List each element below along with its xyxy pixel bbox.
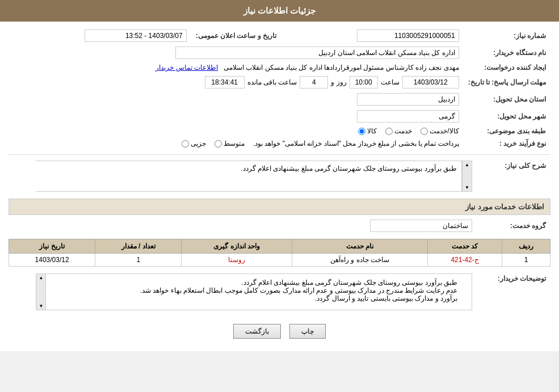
org-name-value: اداره کل بنیاد مسکن انقلاب اسلامی استان … (175, 47, 459, 59)
category-radio-group: کالا/خدمت خدمت کالا (13, 127, 459, 135)
purchase-type-jozi-input[interactable] (182, 140, 189, 147)
buyer-comment-table: توضیحات خریدار: طبق برآورد بیوستی روستای… (9, 271, 550, 313)
purchase-type-jozi[interactable]: جزیی (182, 140, 206, 147)
purchase-type-note: پرداخت تمام یا بخشی از مبلغ خریداز محل "… (253, 140, 459, 147)
category-label: طبقه بندی موضوعی: (464, 125, 550, 137)
col-header-quantity: تعداد / مقدار (95, 239, 182, 254)
creator-value: مهدی نجف زاده کارشناس مسئول امورقرارداده… (224, 64, 459, 71)
separator-1 (9, 154, 550, 155)
cell-row: 1 (502, 254, 550, 267)
province-label: استان محل تحویل: (464, 91, 550, 108)
description-scrollbar[interactable]: ▲ ▼ (462, 161, 472, 192)
buyer-comment-value: طبق برآورد بیوستی روستای جلک شهرستان گرم… (36, 273, 472, 310)
services-table: ردیف کد حدمت نام حدمت واحد اندازه گیری ت… (9, 239, 550, 267)
comment-scroll-down-icon[interactable]: ▼ (39, 304, 44, 309)
back-button[interactable]: بازگشت (233, 324, 281, 339)
category-radio-khadamat-input[interactable] (385, 128, 393, 135)
cell-code: ج-42-421 (428, 254, 502, 267)
purchase-type-jozi-label: جزیی (191, 140, 206, 147)
col-header-date: تاریخ نیاز (9, 239, 95, 254)
deadline-day: 4 (300, 76, 328, 88)
table-row: 1 ج-42-421 ساخت جاده و راه‌آهن روستا 1 1… (9, 254, 550, 267)
category-radio-khadamat[interactable]: خدمت (385, 127, 412, 135)
service-group-table: گروه خدمت: ساختمان (9, 217, 550, 234)
creator-label: ایجاد کننده درخواست: (464, 61, 550, 74)
main-content: شماره نیاز: 1103005291000051 تاریخ و ساع… (0, 22, 559, 351)
category-kala-label: کالا (367, 127, 377, 135)
col-header-row: ردیف (502, 239, 550, 254)
service-group-label: گروه خدمت: (477, 217, 550, 234)
publish-value: 1403/03/07 - 13:52 (85, 29, 187, 42)
need-number-value: 1103005291000051 (357, 29, 459, 42)
deadline-time: 10:00 (350, 76, 378, 88)
buyer-comment-label: توضیحات خریدار: (477, 271, 550, 313)
purchase-type-motavaset-label: متوسط (224, 140, 245, 147)
button-row: چاپ بازگشت (9, 317, 550, 345)
comment-scroll-up-icon[interactable]: ▲ (39, 275, 44, 280)
cell-name: ساخت جاده و راه‌آهن (292, 254, 428, 267)
col-header-unit: واحد اندازه گیری (182, 239, 292, 254)
category-khadamat-label: خدمت (394, 127, 412, 135)
city-value: گرمی (357, 110, 459, 123)
services-section-header: اطلاعات خدمات مورد نیاز (9, 199, 550, 215)
category-radio-kala-khadamat[interactable]: کالا/خدمت (421, 127, 459, 135)
category-radio-kala-input[interactable] (358, 128, 365, 135)
purchase-type-label: نوع فرآیند خرید : (464, 137, 550, 150)
col-header-name: نام حدمت (292, 239, 428, 254)
purchase-type-motavaset-input[interactable] (215, 140, 222, 147)
buyer-comment-container: طبق برآورد بیوستی روستای جلک شهرستان گرم… (36, 273, 472, 310)
description-value: طبق برآورد بیوستی روستای جلک شهرستان گرم… (36, 161, 462, 192)
col-header-code: کد حدمت (428, 239, 502, 254)
purchase-type-motavaset[interactable]: متوسط (215, 140, 245, 147)
cell-unit: روستا (182, 254, 292, 267)
print-button[interactable]: چاپ (289, 324, 326, 339)
deadline-remaining-label: ساعت باقی مانده (247, 78, 297, 86)
category-radio-kala[interactable]: کالا (358, 127, 377, 135)
org-name-label: نام دستگاه خریدار: (464, 44, 550, 61)
deadline-label: مهلت ارسال پاسخ: تا تاریخ: (464, 74, 550, 91)
province-value: اردبیل (357, 93, 459, 106)
description-label: شرح کلی نیاز: (477, 158, 550, 194)
page-container: جزئیات اطلاعات نیاز شماره نیاز: 11030052… (0, 0, 559, 351)
deadline-remaining: 18:34:41 (205, 76, 245, 88)
deadline-row: 1403/03/12 ساعت 10:00 روز و 4 ساعت باقی … (13, 76, 459, 88)
info-table: شماره نیاز: 1103005291000051 تاریخ و ساع… (9, 27, 550, 150)
deadline-time-label: ساعت (381, 78, 400, 86)
scroll-down-icon[interactable]: ▼ (465, 185, 469, 190)
category-kala-khadamat-label: کالا/خدمت (430, 127, 459, 135)
page-title: جزئیات اطلاعات نیاز (0, 0, 559, 22)
comment-scrollbar[interactable]: ▲ ▼ (36, 273, 46, 310)
description-table: شرح کلی نیاز: ▲ ▼ طبق برآورد بیوستی روست… (9, 158, 550, 194)
category-radio-kala-khadamat-input[interactable] (421, 128, 428, 135)
publish-label: تاریخ و ساعت اعلان عمومی: (191, 27, 281, 44)
cell-date: 1403/03/12 (9, 254, 95, 267)
deadline-date: 1403/03/12 (402, 76, 459, 88)
city-label: شهر محل تحویل: (464, 108, 550, 125)
creator-contact-link[interactable]: اطلاعات تماس خریدار (155, 64, 218, 71)
need-number-label: شماره نیاز: (464, 27, 550, 44)
service-group-value: ساختمان (370, 220, 472, 232)
purchase-type-group: پرداخت تمام یا بخشی از مبلغ خریداز محل "… (13, 140, 459, 147)
deadline-day-label: روز و (331, 78, 346, 86)
cell-quantity: 1 (95, 254, 182, 267)
description-container: ▲ ▼ طبق برآورد بیوستی روستای جلک شهرستان… (36, 161, 472, 192)
scroll-up-icon[interactable]: ▲ (465, 162, 469, 167)
